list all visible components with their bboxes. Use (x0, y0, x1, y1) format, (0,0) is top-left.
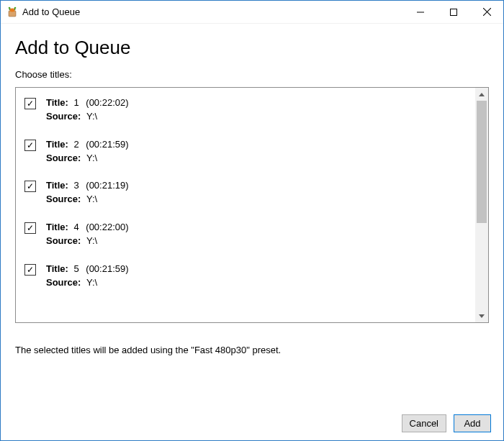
list-item[interactable]: ✓ Title: 5 (00:21:59) Source: Y:\ (23, 258, 468, 300)
preset-info-prefix: The selected titles will be added using … (15, 345, 191, 355)
source-path: Y:\ (86, 276, 97, 290)
titles-listbox: ✓ Title: 1 (00:22:02) Source: Y:\ ✓ (15, 87, 489, 323)
title-label: Title: (46, 180, 68, 191)
title-number: 1 (73, 96, 78, 110)
title-number: 4 (73, 221, 78, 235)
title-duration: (00:22:02) (86, 96, 128, 110)
titlebar: Add to Queue (1, 1, 503, 24)
item-body: Title: 5 (00:21:59) Source: Y:\ (46, 263, 129, 290)
title-duration: (00:21:59) (86, 263, 128, 276)
title-label: Title: (46, 97, 68, 108)
choose-titles-label: Choose titles: (15, 69, 489, 80)
title-label: Title: (46, 222, 68, 232)
scroll-down-arrow-icon[interactable] (475, 309, 488, 322)
svg-point-3 (14, 6, 17, 9)
source-label: Source: (46, 194, 81, 204)
checkbox[interactable]: ✓ (24, 222, 36, 234)
title-label: Title: (46, 263, 68, 274)
item-body: Title: 3 (00:21:19) Source: Y:\ (46, 179, 129, 206)
add-button[interactable]: Add (454, 414, 491, 432)
svg-point-2 (9, 6, 11, 9)
dialog-buttons: Cancel Add (402, 414, 491, 432)
window-title: Add to Queue (22, 6, 404, 17)
source-path: Y:\ (86, 110, 97, 124)
source-label: Source: (46, 235, 81, 246)
item-body: Title: 4 (00:22:00) Source: Y:\ (46, 221, 129, 248)
item-body: Title: 2 (00:21:59) Source: Y:\ (46, 138, 129, 165)
list-item[interactable]: ✓ Title: 2 (00:21:59) Source: Y:\ (23, 134, 468, 176)
source-path: Y:\ (86, 152, 97, 165)
preset-info-suffix: preset. (252, 345, 281, 355)
checkbox[interactable]: ✓ (24, 264, 36, 276)
list-item[interactable]: ✓ Title: 3 (00:21:19) Source: Y:\ (23, 175, 468, 217)
title-number: 2 (73, 138, 78, 152)
source-path: Y:\ (86, 235, 97, 248)
source-label: Source: (46, 111, 81, 122)
preset-info: The selected titles will be added using … (15, 345, 489, 355)
scroll-thumb[interactable] (477, 101, 487, 223)
scroll-up-arrow-icon[interactable] (475, 88, 488, 101)
titles-scrollarea[interactable]: ✓ Title: 1 (00:22:02) Source: Y:\ ✓ (16, 88, 475, 322)
scrollbar[interactable] (475, 88, 488, 322)
title-number: 5 (73, 263, 78, 276)
list-item[interactable]: ✓ Title: 1 (00:22:02) Source: Y:\ (23, 92, 468, 134)
cancel-button[interactable]: Cancel (402, 414, 446, 432)
window-controls (404, 1, 503, 23)
svg-rect-5 (451, 9, 457, 15)
dialog-heading: Add to Queue (15, 37, 489, 59)
checkbox[interactable]: ✓ (24, 98, 36, 109)
title-duration: (00:21:59) (86, 138, 128, 152)
checkbox[interactable]: ✓ (24, 181, 36, 192)
minimize-button[interactable] (404, 1, 437, 23)
title-number: 3 (73, 179, 78, 193)
close-button[interactable] (470, 1, 503, 23)
maximize-button[interactable] (437, 1, 470, 23)
source-path: Y:\ (86, 193, 97, 206)
title-duration: (00:21:19) (86, 179, 128, 193)
source-label: Source: (46, 277, 81, 288)
source-label: Source: (46, 153, 81, 163)
preset-name: "Fast 480p30" (191, 345, 250, 355)
title-label: Title: (46, 139, 68, 150)
item-body: Title: 1 (00:22:02) Source: Y:\ (46, 96, 129, 124)
title-duration: (00:22:00) (86, 221, 128, 235)
dialog-content: Add to Queue Choose titles: ✓ Title: 1 (… (1, 24, 503, 363)
app-icon (6, 6, 18, 18)
svg-point-1 (10, 8, 15, 12)
list-item[interactable]: ✓ Title: 4 (00:22:00) Source: Y:\ (23, 217, 468, 258)
checkbox[interactable]: ✓ (24, 140, 36, 151)
